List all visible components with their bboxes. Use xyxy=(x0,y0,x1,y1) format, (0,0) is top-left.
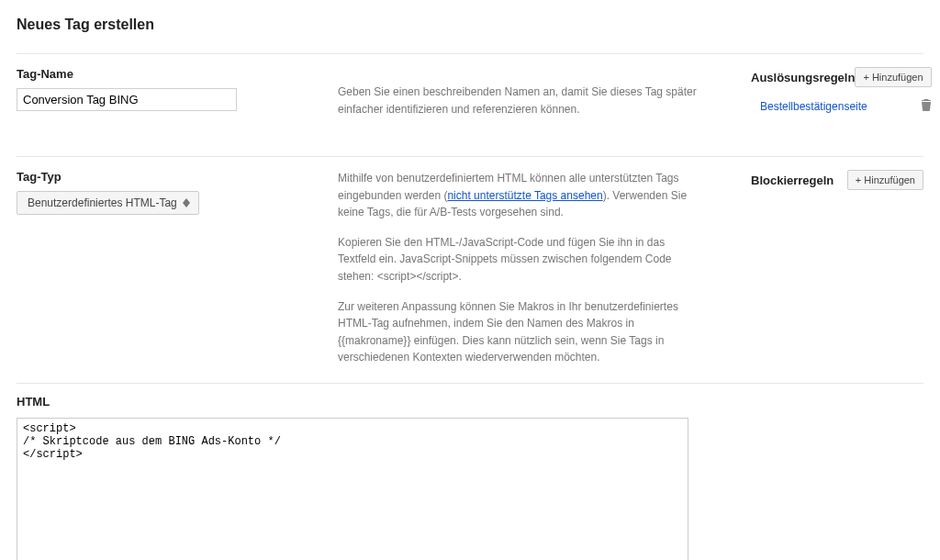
add-firing-rule-button[interactable]: + Hinzufügen xyxy=(855,67,931,87)
firing-rule-link[interactable]: Bestellbestätigenseite xyxy=(751,100,867,113)
tag-type-selected: Benutzerdefiniertes HTML-Tag xyxy=(28,196,177,209)
trash-icon[interactable] xyxy=(921,98,932,114)
tag-type-help-3: Zur weiteren Anpassung können Sie Makros… xyxy=(338,298,705,366)
tag-name-label: Tag-Name xyxy=(17,67,338,81)
blocking-rules-title: Blockierregeln xyxy=(751,174,834,187)
tag-type-label: Tag-Typ xyxy=(17,170,338,184)
unsupported-tags-link[interactable]: nicht unterstützte Tags ansehen xyxy=(447,189,602,202)
tag-type-help-1: Mithilfe von benutzerdefiniertem HTML kö… xyxy=(338,170,705,221)
tag-type-select[interactable]: Benutzerdefiniertes HTML-Tag xyxy=(17,191,199,215)
tag-name-help: Geben Sie einen beschreibenden Namen an,… xyxy=(338,67,705,118)
firing-rule-item: Bestellbestätigenseite xyxy=(751,96,932,116)
html-code-textarea[interactable] xyxy=(17,418,688,560)
add-blocking-rule-button[interactable]: + Hinzufügen xyxy=(847,170,923,190)
tag-name-input[interactable] xyxy=(17,88,237,111)
chevron-updown-icon xyxy=(183,198,190,207)
firing-rules-title: Auslösungsregeln xyxy=(751,71,855,84)
page-title: Neues Tag erstellen xyxy=(17,17,923,33)
tag-type-help-2: Kopieren Sie den HTML-/JavaScript-Code u… xyxy=(338,234,705,286)
html-label: HTML xyxy=(17,395,923,409)
